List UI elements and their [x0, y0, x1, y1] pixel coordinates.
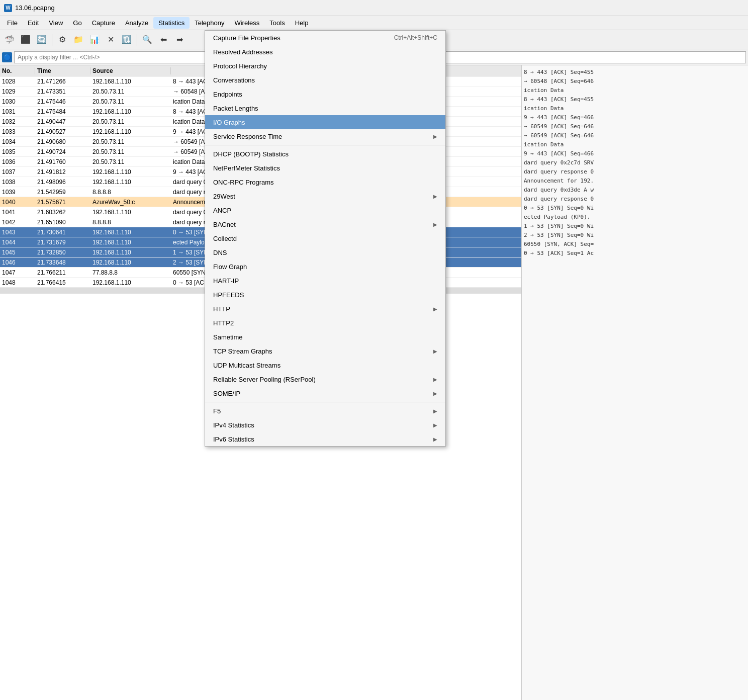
dropdown-item-netperfmeter-statistics[interactable]: NetPerfMeter Statistics	[205, 161, 445, 175]
menu-item-analyze[interactable]: Analyze	[120, 17, 153, 29]
dropdown-item-conversations[interactable]: Conversations	[205, 73, 445, 87]
col-header-no: No.	[0, 67, 35, 74]
dropdown-item-sametime[interactable]: Sametime	[205, 330, 445, 344]
dropdown-item-io-graphs[interactable]: I/O Graphs	[205, 115, 445, 129]
right-panel-row: → 60549 [ACK] Seq=646	[524, 122, 746, 131]
dropdown-item-http2[interactable]: HTTP2	[205, 316, 445, 330]
right-panel-row: 2 → 53 [SYN] Seq=0 Wi	[524, 230, 746, 239]
col-header-src: Source	[90, 67, 171, 74]
close-btn[interactable]: ✕	[103, 32, 118, 47]
submenu-arrow-icon: ▶	[433, 391, 437, 396]
right-panel-row: → 60548 [ACK] Seq=646	[524, 76, 746, 85]
filter-icon: 🔵	[2, 52, 12, 62]
dropdown-item-protocol-hierarchy[interactable]: Protocol Hierarchy	[205, 59, 445, 73]
dropdown-item-ipv6-statistics[interactable]: IPv6 Statistics▶	[205, 432, 445, 446]
right-panel-row: dard query response 0	[524, 194, 746, 203]
right-panel-row: 0 → 53 [SYN] Seq=0 Wi	[524, 203, 746, 212]
dropdown-item-resolved-addresses[interactable]: Resolved Addresses	[205, 45, 445, 59]
submenu-arrow-icon: ▶	[433, 422, 437, 428]
find-btn[interactable]: 🔍	[140, 32, 155, 47]
dropdown-item-http[interactable]: HTTP▶	[205, 302, 445, 316]
menu-bar: FileEditViewGoCaptureAnalyzeStatisticsTe…	[0, 16, 748, 30]
statistics-dropdown[interactable]: Capture File PropertiesCtrl+Alt+Shift+CR…	[205, 30, 446, 447]
shark-fin-btn[interactable]: 🦈	[2, 32, 17, 47]
menu-item-view[interactable]: View	[44, 17, 68, 29]
menu-separator	[205, 402, 445, 402]
right-panel-row: 9 → 443 [ACK] Seq=466	[524, 149, 746, 158]
right-panel: 8 → 443 [ACK] Seq=455→ 60548 [ACK] Seq=6…	[522, 65, 748, 700]
right-panel-row: 8 → 443 [ACK] Seq=455	[524, 67, 746, 76]
dropdown-item-ancp[interactable]: ANCP	[205, 203, 445, 217]
back-btn[interactable]: ⬅	[156, 32, 171, 47]
open-btn[interactable]: 📁	[71, 32, 86, 47]
right-panel-row: ication Data	[524, 85, 746, 95]
dropdown-item-dhcp-bootp-statistics[interactable]: DHCP (BOOTP) Statistics	[205, 147, 445, 161]
dropdown-item-hart-ip[interactable]: HART-IP	[205, 274, 445, 288]
right-panel-row: dard query 0xd3de A w	[524, 185, 746, 194]
dropdown-item-packet-lengths[interactable]: Packet Lengths	[205, 101, 445, 115]
menu-item-tools[interactable]: Tools	[264, 17, 290, 29]
right-panel-row: Announcement for 192.	[524, 176, 746, 185]
title-bar: W 13.06.pcapng	[0, 0, 748, 16]
submenu-arrow-icon: ▶	[433, 348, 437, 354]
dropdown-item-someip[interactable]: SOME/IP▶	[205, 386, 445, 400]
menu-item-telephony[interactable]: Telephony	[190, 17, 229, 29]
menu-item-capture[interactable]: Capture	[87, 17, 120, 29]
submenu-arrow-icon: ▶	[433, 134, 437, 139]
options-btn[interactable]: ⚙	[55, 32, 70, 47]
dropdown-item-tcp-stream-graphs[interactable]: TCP Stream Graphs▶	[205, 344, 445, 358]
menu-item-edit[interactable]: Edit	[23, 17, 44, 29]
dropdown-item-f5[interactable]: F5▶	[205, 404, 445, 418]
save-btn[interactable]: 📊	[87, 32, 102, 47]
dropdown-item-dns[interactable]: DNS	[205, 245, 445, 259]
right-panel-row: dard query response 0	[524, 167, 746, 176]
dropdown-item-hpfeeds[interactable]: HPFEEDS	[205, 288, 445, 302]
submenu-arrow-icon: ▶	[433, 377, 437, 382]
menu-item-wireless[interactable]: Wireless	[229, 17, 264, 29]
right-panel-row: → 60549 [ACK] Seq=646	[524, 131, 746, 140]
dropdown-item-reliable-server-pooling-rserpool[interactable]: Reliable Server Pooling (RSerPool)▶	[205, 372, 445, 386]
restart-btn[interactable]: 🔄	[34, 32, 49, 47]
right-panel-row: ication Data	[524, 140, 746, 149]
sep2	[137, 34, 137, 46]
right-panel-row: 9 → 443 [ACK] Seq=466	[524, 113, 746, 122]
menu-item-statistics[interactable]: Statistics	[153, 17, 190, 29]
app-icon: W	[4, 4, 12, 12]
sep1	[52, 34, 52, 46]
dropdown-item-capture-file-properties[interactable]: Capture File PropertiesCtrl+Alt+Shift+C	[205, 31, 445, 45]
menu-item-help[interactable]: Help	[290, 17, 314, 29]
forward-btn[interactable]: ➡	[172, 32, 187, 47]
submenu-arrow-icon: ▶	[433, 306, 437, 312]
stop-btn[interactable]: ⬛	[18, 32, 33, 47]
col-header-time: Time	[35, 67, 90, 74]
reload-btn[interactable]: 🔃	[119, 32, 134, 47]
right-panel-row: ication Data	[524, 104, 746, 113]
menu-separator	[205, 145, 445, 145]
dropdown-item-29west[interactable]: 29West▶	[205, 189, 445, 203]
right-panel-row: 8 → 443 [ACK] Seq=455	[524, 95, 746, 104]
dropdown-item-service-response-time[interactable]: Service Response Time▶	[205, 129, 445, 143]
right-panel-content: 8 → 443 [ACK] Seq=455→ 60548 [ACK] Seq=6…	[522, 65, 748, 259]
submenu-arrow-icon: ▶	[433, 194, 437, 199]
title-text: 13.06.pcapng	[15, 4, 55, 12]
dropdown-item-bacnet[interactable]: BACnet▶	[205, 217, 445, 231]
submenu-arrow-icon: ▶	[433, 436, 437, 442]
submenu-arrow-icon: ▶	[433, 222, 437, 227]
submenu-arrow-icon: ▶	[433, 408, 437, 414]
dropdown-item-udp-multicast-streams[interactable]: UDP Multicast Streams	[205, 358, 445, 372]
menu-item-file[interactable]: File	[2, 17, 23, 29]
right-panel-row: dard query 0x2c7d SRV	[524, 158, 746, 167]
dropdown-item-endpoints[interactable]: Endpoints	[205, 87, 445, 101]
dropdown-item-flow-graph[interactable]: Flow Graph	[205, 259, 445, 274]
dropdown-item-ipv4-statistics[interactable]: IPv4 Statistics▶	[205, 418, 445, 432]
right-panel-row: ected Payload (KP0),	[524, 212, 746, 221]
dropdown-item-onc-rpc-programs[interactable]: ONC-RPC Programs	[205, 175, 445, 189]
right-panel-row: 1 → 53 [SYN] Seq=0 Wi	[524, 221, 746, 230]
menu-item-go[interactable]: Go	[68, 17, 86, 29]
dropdown-item-collectd[interactable]: Collectd	[205, 231, 445, 245]
right-panel-row: 60550 [SYN, ACK] Seq=	[524, 239, 746, 248]
right-panel-row: 0 → 53 [ACK] Seq=1 Ac	[524, 248, 746, 257]
